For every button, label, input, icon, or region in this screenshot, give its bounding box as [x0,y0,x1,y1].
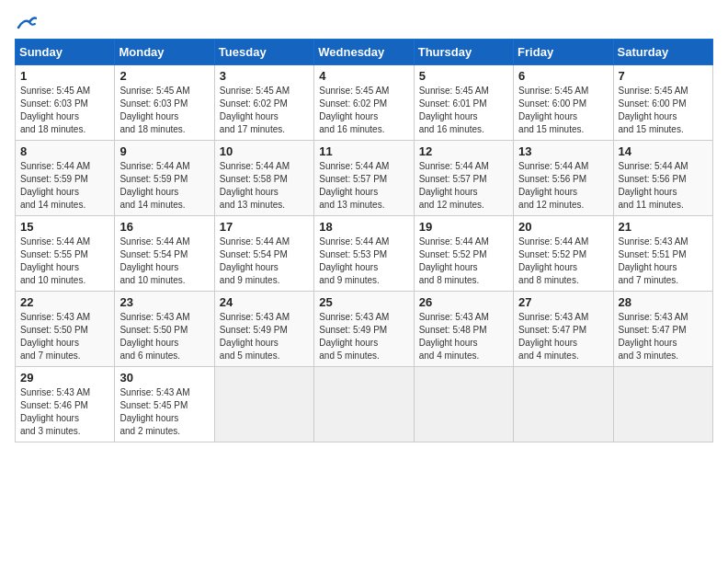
day-number: 27 [518,295,608,309]
calendar-cell [314,367,414,442]
calendar-cell: 20Sunrise: 5:44 AMSunset: 5:52 PMDayligh… [514,216,613,292]
day-number: 26 [419,295,508,309]
day-info: Sunrise: 5:45 AMSunset: 6:03 PMDaylight … [20,85,109,136]
calendar-cell: 6Sunrise: 5:45 AMSunset: 6:00 PMDaylight… [514,65,613,141]
day-info: Sunrise: 5:44 AMSunset: 5:54 PMDaylight … [119,236,209,287]
calendar-cell [613,367,712,442]
calendar-cell: 29Sunrise: 5:43 AMSunset: 5:46 PMDayligh… [16,367,115,442]
calendar-header-row: SundayMondayTuesdayWednesdayThursdayFrid… [16,40,713,65]
calendar-cell: 16Sunrise: 5:44 AMSunset: 5:54 PMDayligh… [115,216,214,292]
calendar-cell: 28Sunrise: 5:43 AMSunset: 5:47 PMDayligh… [613,292,712,367]
calendar-cell [414,367,513,442]
calendar-cell: 25Sunrise: 5:43 AMSunset: 5:49 PMDayligh… [314,292,414,367]
calendar-header-monday: Monday [115,40,214,65]
day-info: Sunrise: 5:45 AMSunset: 6:00 PMDaylight … [619,85,708,136]
day-number: 11 [319,144,408,158]
day-info: Sunrise: 5:44 AMSunset: 5:57 PMDaylight … [419,160,508,212]
calendar-cell: 26Sunrise: 5:43 AMSunset: 5:48 PMDayligh… [414,292,513,367]
day-number: 5 [419,69,508,83]
calendar-cell: 19Sunrise: 5:44 AMSunset: 5:52 PMDayligh… [414,216,513,292]
calendar-cell [514,367,613,442]
day-info: Sunrise: 5:44 AMSunset: 5:56 PMDaylight … [619,160,708,212]
day-number: 9 [119,144,209,158]
day-number: 20 [518,220,608,234]
day-info: Sunrise: 5:43 AMSunset: 5:45 PMDaylight … [119,386,209,438]
calendar-cell: 21Sunrise: 5:43 AMSunset: 5:51 PMDayligh… [613,216,712,292]
day-number: 15 [20,220,109,234]
calendar-cell: 7Sunrise: 5:45 AMSunset: 6:00 PMDaylight… [613,65,712,141]
day-info: Sunrise: 5:43 AMSunset: 5:49 PMDaylight … [220,311,309,362]
calendar-week-1: 1Sunrise: 5:45 AMSunset: 6:03 PMDaylight… [16,65,713,141]
day-number: 22 [20,295,109,309]
day-info: Sunrise: 5:44 AMSunset: 5:59 PMDaylight … [20,160,109,212]
calendar-cell: 14Sunrise: 5:44 AMSunset: 5:56 PMDayligh… [613,141,712,216]
calendar-week-3: 15Sunrise: 5:44 AMSunset: 5:55 PMDayligh… [16,216,713,292]
day-number: 23 [119,295,209,309]
day-number: 14 [619,144,708,158]
calendar-cell: 27Sunrise: 5:43 AMSunset: 5:47 PMDayligh… [514,292,613,367]
calendar-cell: 1Sunrise: 5:45 AMSunset: 6:03 PMDaylight… [16,65,115,141]
calendar-cell: 3Sunrise: 5:45 AMSunset: 6:02 PMDaylight… [214,65,313,141]
calendar-cell: 30Sunrise: 5:43 AMSunset: 5:45 PMDayligh… [115,367,214,442]
calendar-header-saturday: Saturday [613,40,712,65]
day-info: Sunrise: 5:44 AMSunset: 5:53 PMDaylight … [319,236,408,287]
calendar-header-sunday: Sunday [16,40,115,65]
calendar-cell: 17Sunrise: 5:44 AMSunset: 5:54 PMDayligh… [214,216,313,292]
calendar-cell: 8Sunrise: 5:44 AMSunset: 5:59 PMDaylight… [16,141,115,216]
day-number: 30 [119,371,209,385]
day-number: 4 [319,69,408,83]
day-number: 2 [119,69,209,83]
day-info: Sunrise: 5:44 AMSunset: 5:58 PMDaylight … [220,160,309,212]
calendar-table: SundayMondayTuesdayWednesdayThursdayFrid… [15,39,713,442]
calendar-cell: 15Sunrise: 5:44 AMSunset: 5:55 PMDayligh… [16,216,115,292]
calendar-week-5: 29Sunrise: 5:43 AMSunset: 5:46 PMDayligh… [16,367,713,442]
day-number: 28 [619,295,708,309]
day-info: Sunrise: 5:45 AMSunset: 6:00 PMDaylight … [518,85,608,136]
calendar-cell: 2Sunrise: 5:45 AMSunset: 6:03 PMDaylight… [115,65,214,141]
day-info: Sunrise: 5:45 AMSunset: 6:03 PMDaylight … [119,85,209,136]
calendar-cell: 22Sunrise: 5:43 AMSunset: 5:50 PMDayligh… [16,292,115,367]
day-number: 24 [220,295,309,309]
calendar-header-tuesday: Tuesday [214,40,313,65]
calendar-cell: 23Sunrise: 5:43 AMSunset: 5:50 PMDayligh… [115,292,214,367]
day-info: Sunrise: 5:44 AMSunset: 5:55 PMDaylight … [20,236,109,287]
day-info: Sunrise: 5:45 AMSunset: 6:02 PMDaylight … [319,85,408,136]
calendar-cell: 10Sunrise: 5:44 AMSunset: 5:58 PMDayligh… [214,141,313,216]
day-info: Sunrise: 5:44 AMSunset: 5:54 PMDaylight … [220,236,309,287]
day-number: 10 [220,144,309,158]
calendar-week-4: 22Sunrise: 5:43 AMSunset: 5:50 PMDayligh… [16,292,713,367]
calendar-cell: 18Sunrise: 5:44 AMSunset: 5:53 PMDayligh… [314,216,414,292]
day-number: 25 [319,295,408,309]
logo-bird-icon [17,15,37,31]
calendar-header-wednesday: Wednesday [314,40,414,65]
calendar-cell: 11Sunrise: 5:44 AMSunset: 5:57 PMDayligh… [314,141,414,216]
page-header [15,15,713,31]
day-number: 21 [619,220,708,234]
day-info: Sunrise: 5:43 AMSunset: 5:46 PMDaylight … [20,386,109,438]
day-number: 19 [419,220,508,234]
calendar-week-2: 8Sunrise: 5:44 AMSunset: 5:59 PMDaylight… [16,141,713,216]
day-info: Sunrise: 5:44 AMSunset: 5:57 PMDaylight … [319,160,408,212]
day-info: Sunrise: 5:44 AMSunset: 5:52 PMDaylight … [518,236,608,287]
day-number: 18 [319,220,408,234]
day-info: Sunrise: 5:43 AMSunset: 5:47 PMDaylight … [619,311,708,362]
day-number: 1 [20,69,109,83]
day-info: Sunrise: 5:43 AMSunset: 5:51 PMDaylight … [619,236,708,287]
day-number: 8 [20,144,109,158]
calendar-header-friday: Friday [514,40,613,65]
calendar-cell: 13Sunrise: 5:44 AMSunset: 5:56 PMDayligh… [514,141,613,216]
day-info: Sunrise: 5:43 AMSunset: 5:49 PMDaylight … [319,311,408,362]
day-info: Sunrise: 5:43 AMSunset: 5:50 PMDaylight … [20,311,109,362]
day-info: Sunrise: 5:45 AMSunset: 6:02 PMDaylight … [220,85,309,136]
day-number: 6 [518,69,608,83]
calendar-cell [214,367,313,442]
calendar-cell: 12Sunrise: 5:44 AMSunset: 5:57 PMDayligh… [414,141,513,216]
day-info: Sunrise: 5:43 AMSunset: 5:47 PMDaylight … [518,311,608,362]
calendar-cell: 9Sunrise: 5:44 AMSunset: 5:59 PMDaylight… [115,141,214,216]
day-info: Sunrise: 5:44 AMSunset: 5:52 PMDaylight … [419,236,508,287]
logo [15,15,37,31]
day-number: 3 [220,69,309,83]
calendar-cell: 5Sunrise: 5:45 AMSunset: 6:01 PMDaylight… [414,65,513,141]
day-number: 12 [419,144,508,158]
day-info: Sunrise: 5:45 AMSunset: 6:01 PMDaylight … [419,85,508,136]
